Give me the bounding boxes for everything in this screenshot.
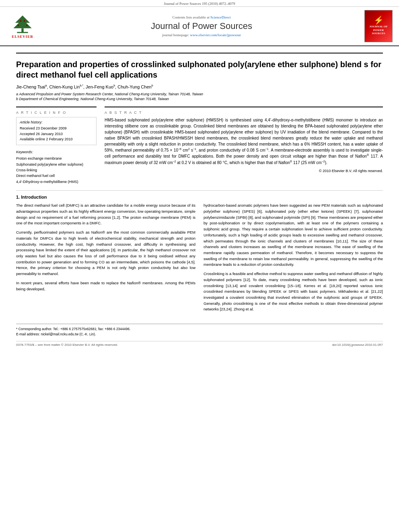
homepage-url[interactable]: www.elsevier.com/locate/jpowsour [190, 33, 241, 37]
footnote-area: * Corresponding author. Tel.: +886 6 275… [16, 324, 383, 337]
journal-cover: ⚡ JOURNAL OFPOWERSOURCES [364, 10, 393, 42]
keywords-heading: Keywords: [16, 149, 97, 155]
journal-header: ELSEVIER Contents lists available at Sci… [0, 7, 399, 46]
intro-para-1: The direct methanol fuel cell (DMFC) is … [16, 203, 195, 226]
intro-para-2: Currently, perfluorinated polymers such … [16, 230, 195, 277]
svg-point-6 [24, 20, 25, 22]
journal-citation: Journal of Power Sources 195 (2010) 4072… [164, 2, 235, 6]
abstract-text: HMS-based sulphonated poly(arylene ether… [105, 117, 383, 166]
keyword-2: Sulphonated poly(arylene ether sulphone) [16, 162, 97, 167]
intro-para-3: In recent years, several efforts have be… [16, 280, 195, 292]
copyright-line: © 2010 Elsevier B.V. All rights reserved… [105, 169, 383, 173]
introduction-title: 1. Introduction [16, 195, 383, 199]
elsevier-label: ELSEVIER [12, 35, 33, 39]
keyword-4: Direct methanol fuel cell [16, 173, 97, 179]
intro-para-5: Crosslinking is a feasible and effective… [204, 271, 383, 312]
affiliations: a Advanced Propulsion and Power System R… [16, 92, 383, 102]
svg-point-4 [26, 25, 28, 26]
footnote-email: E-mail address: nickel@mail.ncku.edu.tw … [16, 332, 383, 337]
article-info-abstract: A R T I C L E I N F O Article history: R… [16, 107, 383, 185]
svg-rect-1 [17, 32, 28, 33]
article-info-column: A R T I C L E I N F O Article history: R… [16, 107, 97, 185]
lightning-icon: ⚡ [374, 16, 384, 24]
introduction-columns: The direct methanol fuel cell (DMFC) is … [16, 203, 383, 316]
keyword-3: Cross-linking [16, 167, 97, 173]
svg-point-3 [17, 25, 19, 26]
main-content: Preparation and properties of crosslinke… [0, 46, 399, 353]
footnote-star: * Corresponding author. Tel.: +886 6 275… [16, 327, 383, 332]
received-date: Received 23 December 2009 [20, 126, 93, 131]
elsevier-logo: ELSEVIER [6, 14, 39, 39]
journal-homepage: journal homepage: www.elsevier.com/locat… [39, 33, 364, 37]
keyword-5: 4,4'-Dihydroxy-α-methylstilbene (HMS) [16, 179, 97, 185]
top-bar: Journal of Power Sources 195 (2010) 4072… [0, 0, 399, 7]
elsevier-tree-icon [10, 14, 35, 34]
footer-issn: 0378-7753/$ – see front matter © 2010 El… [16, 343, 118, 347]
affiliation-b: b Department of Chemical Engineering, Na… [16, 97, 383, 102]
history-label: Article history: [20, 120, 93, 125]
abstract-column: A B S T R A C T HMS-based sulphonated po… [105, 107, 383, 185]
sciencedirect-link[interactable]: ScienceDirect [210, 15, 230, 19]
footer-bar: 0378-7753/$ – see front matter © 2010 El… [16, 341, 383, 347]
affiliation-a: a Advanced Propulsion and Power System R… [16, 92, 383, 97]
cover-title: JOURNAL OFPOWERSOURCES [369, 24, 389, 36]
keyword-1: Proton exchange membrane [16, 156, 97, 161]
intro-left-column: The direct methanol fuel cell (DMFC) is … [16, 203, 195, 316]
synthesised-word: synthesised [230, 118, 251, 122]
intro-right-column: hydrocarbon-based aromatic polymers have… [204, 203, 383, 316]
article-info-heading: A R T I C L E I N F O [16, 111, 97, 115]
abstract-heading: A B S T R A C T [105, 111, 383, 115]
keywords-section: Keywords: Proton exchange membrane Sulph… [16, 149, 97, 185]
journal-center: Contents lists available at ScienceDirec… [39, 15, 364, 37]
accepted-date: Accepted 26 January 2010 [20, 131, 93, 137]
available-date: Available online 2 February 2010 [20, 137, 93, 142]
article-history-box: Article history: Received 23 December 20… [16, 117, 97, 145]
footer-doi: doi:10.1016/j.jpowsour.2010.01.057 [332, 343, 383, 347]
journal-title: Journal of Power Sources [39, 21, 364, 31]
introduction-section: 1. Introduction The direct methanol fuel… [16, 190, 383, 316]
article-title: Preparation and properties of crosslinke… [16, 53, 383, 80]
contents-line: Contents lists available at ScienceDirec… [39, 15, 364, 19]
authors-line: Jie-Cheng Tsaia, Chien-Kung Linb,*, Jen-… [16, 84, 383, 89]
svg-point-7 [21, 17, 23, 19]
svg-point-5 [20, 20, 22, 22]
intro-para-4: hydrocarbon-based aromatic polymers have… [204, 203, 383, 268]
